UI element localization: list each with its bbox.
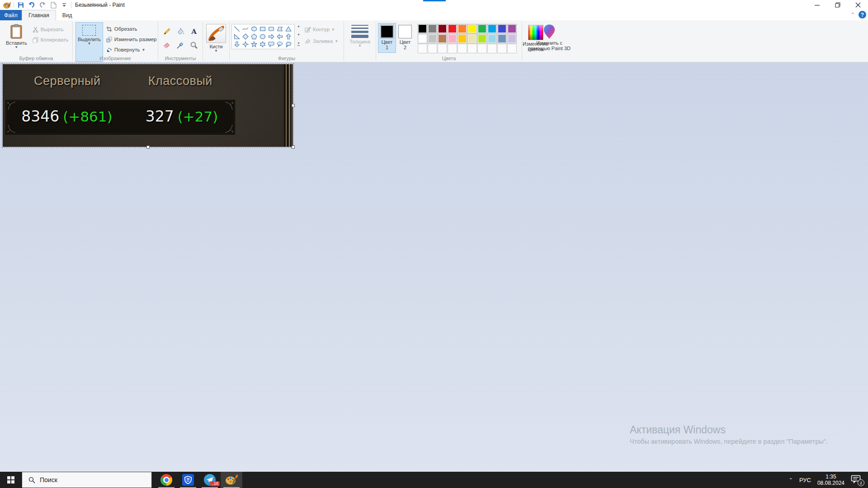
scroll-down-icon[interactable]: ▼ (296, 33, 302, 37)
shape-arrow-up-icon[interactable] (284, 33, 292, 40)
restore-icon[interactable] (827, 0, 848, 10)
palette-empty-cell[interactable] (448, 44, 457, 53)
palette-empty-cell[interactable] (418, 44, 427, 53)
palette-swatch[interactable] (487, 34, 497, 43)
palette-swatch[interactable] (458, 34, 467, 43)
pencil-tool-icon[interactable] (161, 26, 173, 38)
size-button[interactable]: Толщина ▼ (344, 25, 376, 47)
palette-swatch[interactable] (438, 24, 447, 33)
color-picker-tool-icon[interactable] (175, 39, 186, 51)
close-icon[interactable] (848, 0, 868, 10)
shape-star-5-icon[interactable] (250, 41, 258, 48)
minimize-icon[interactable] (807, 0, 827, 10)
shape-polygon-icon[interactable] (275, 25, 284, 33)
search-input[interactable]: Поиск (22, 472, 152, 488)
shape-right-triangle-icon[interactable] (232, 33, 241, 40)
color2-button[interactable]: Цвет2 (396, 23, 414, 53)
shape-ellipse-icon[interactable] (250, 25, 258, 33)
tab-view[interactable]: Вид (56, 10, 79, 20)
palette-swatch[interactable] (458, 24, 467, 33)
shape-callout-rounded-icon[interactable] (267, 41, 275, 48)
taskbar-telegram-icon[interactable]: ..16 (199, 472, 221, 488)
palette-swatch[interactable] (467, 24, 477, 33)
palette-swatch[interactable] (487, 24, 497, 33)
brushes-button[interactable]: Кисти ▼ (203, 22, 229, 53)
text-tool-icon[interactable]: A (188, 26, 200, 38)
shape-rectangle-icon[interactable] (258, 25, 267, 33)
selection-handle-right[interactable] (292, 104, 295, 107)
pasted-image[interactable]: СерверныйКлассовый 8346(+861)327(+27) (3, 64, 293, 147)
paint3d-button[interactable]: Изменить спомощью Paint 3D (522, 22, 576, 52)
chevron-up-icon[interactable]: ⌃ (851, 12, 855, 18)
selection-handle-corner[interactable] (292, 145, 295, 149)
fill-tool-icon[interactable] (175, 26, 186, 38)
shape-star-4-icon[interactable] (241, 41, 250, 48)
shape-star-6-icon[interactable] (258, 41, 267, 48)
save-icon[interactable] (17, 1, 25, 9)
palette-swatch[interactable] (477, 24, 487, 33)
palette-empty-cell[interactable] (438, 44, 447, 53)
shape-pentagon-icon[interactable] (250, 33, 258, 40)
taskbar-paint-icon[interactable] (221, 472, 242, 488)
eraser-tool-icon[interactable] (161, 39, 173, 51)
redo-icon[interactable] (38, 1, 47, 9)
palette-swatch[interactable] (467, 34, 477, 43)
shape-arrow-right-icon[interactable] (267, 33, 275, 40)
shape-callout-cloud-icon[interactable] (284, 41, 292, 48)
palette-swatch[interactable] (497, 34, 507, 43)
palette-empty-cell[interactable] (477, 44, 487, 53)
color1-button[interactable]: Цвет1 (378, 23, 396, 53)
fill-button[interactable]: Заливка ▼ (304, 37, 338, 46)
palette-empty-cell[interactable] (497, 44, 507, 53)
palette-empty-cell[interactable] (507, 44, 517, 53)
shape-curve-icon[interactable] (241, 25, 250, 33)
undo-icon[interactable] (28, 1, 36, 9)
magnifier-tool-icon[interactable] (188, 39, 200, 51)
language-indicator[interactable]: РУС (799, 477, 811, 483)
taskbar-shield-app-icon[interactable] (177, 472, 199, 488)
palette-swatch[interactable] (418, 24, 427, 33)
help-icon[interactable]: ? (859, 11, 866, 19)
palette-swatch[interactable] (418, 34, 427, 43)
palette-swatch[interactable] (497, 24, 507, 33)
resize-button[interactable]: Изменить размер (106, 35, 157, 44)
palette-swatch[interactable] (507, 24, 517, 33)
palette-empty-cell[interactable] (428, 44, 437, 53)
shape-hexagon-icon[interactable] (258, 33, 267, 40)
shape-rounded-rectangle-icon[interactable] (267, 25, 275, 33)
cut-button[interactable]: Вырезать (32, 25, 69, 34)
shape-callout-oval-icon[interactable] (275, 41, 284, 48)
palette-swatch[interactable] (438, 34, 447, 43)
palette-empty-cell[interactable] (458, 44, 467, 53)
outline-button[interactable]: Контур ▼ (304, 25, 338, 34)
clock[interactable]: 1:35 08.08.2024 (817, 474, 844, 486)
qat-customize-icon[interactable] (60, 1, 68, 9)
shape-triangle-icon[interactable] (284, 25, 292, 33)
start-button[interactable] (0, 472, 22, 488)
new-document-icon[interactable] (49, 1, 57, 9)
palette-empty-cell[interactable] (487, 44, 497, 53)
shape-arrow-left-icon[interactable] (275, 33, 284, 40)
taskbar-chrome-icon[interactable] (156, 472, 177, 488)
tab-file[interactable]: Файл (0, 10, 22, 20)
crop-button[interactable]: Обрезать (106, 24, 157, 33)
canvas-area[interactable]: СерверныйКлассовый 8346(+861)327(+27) Ак… (0, 62, 868, 472)
palette-swatch[interactable] (448, 24, 457, 33)
palette-swatch[interactable] (477, 34, 487, 43)
palette-empty-cell[interactable] (467, 44, 477, 53)
action-center-icon[interactable]: 2 (851, 475, 862, 485)
palette-swatch[interactable] (448, 34, 457, 43)
rotate-button[interactable]: Повернуть ▼ (106, 45, 157, 54)
shapes-more-icon[interactable]: ▼▔ (296, 41, 302, 49)
shape-arrow-down-icon[interactable] (232, 41, 241, 48)
palette-swatch[interactable] (507, 34, 517, 43)
tray-chevron-up-icon[interactable]: ⌃ (789, 477, 793, 483)
shape-diamond-icon[interactable] (241, 33, 250, 40)
palette-swatch[interactable] (428, 34, 437, 43)
tab-home[interactable]: Главная (22, 10, 56, 20)
scroll-up-icon[interactable]: ▲ (296, 24, 302, 28)
copy-button[interactable]: Копировать (32, 35, 69, 44)
palette-swatch[interactable] (428, 24, 437, 33)
shape-line-icon[interactable] (232, 25, 241, 33)
selection-handle-bottom[interactable] (146, 145, 150, 149)
